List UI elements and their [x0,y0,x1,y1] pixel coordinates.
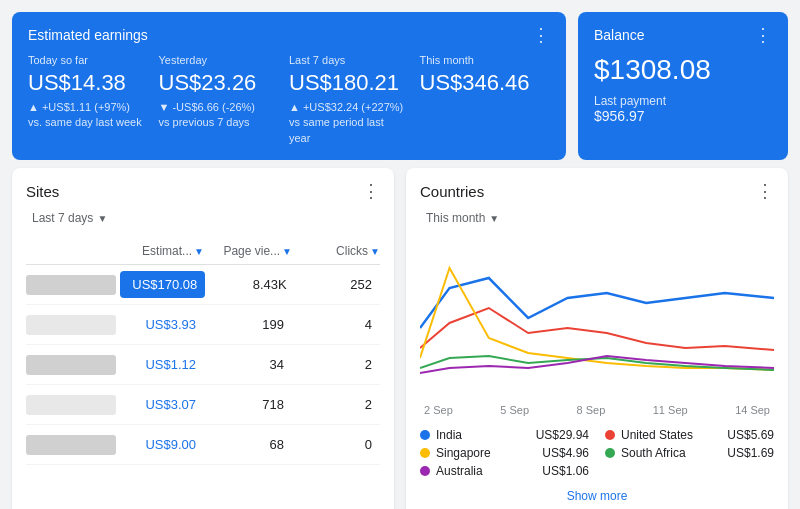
southafrica-value: US$1.69 [727,446,774,460]
southafrica-dot [605,448,615,458]
sites-table: Estimat... ▼ Page vie... ▼ Clicks ▼ US$1… [26,238,380,465]
india-dot [420,430,430,440]
row-earnings: US$3.93 [116,311,204,338]
show-more-button[interactable]: Show more [567,489,628,503]
sites-menu-icon[interactable]: ⋮ [362,182,380,200]
col-pageviews[interactable]: Page vie... ▼ [204,244,292,258]
balance-card: Balance ⋮ $1308.08 Last payment $956.97 [578,12,788,160]
earnings-7days: Last 7 days US$180.21 ▲ +US$32.24 (+227%… [289,54,420,146]
australia-dot [420,466,430,476]
legend-item-us: United States US$5.69 [605,428,774,442]
countries-panel: Countries ⋮ This month ▼ [406,168,788,509]
xaxis-label: 8 Sep [577,404,606,416]
estimated-earnings-card: Estimated earnings ⋮ Today so far US$14.… [12,12,566,160]
table-row: US$9.00 68 0 [26,425,380,465]
row-clicks: 2 [292,391,380,418]
row-clicks: 252 [295,271,380,298]
australia-value: US$1.06 [542,464,589,478]
row-clicks: 2 [292,351,380,378]
earnings-thismonth-label: This month [420,54,535,66]
sort-icon: ▼ [282,246,292,257]
balance-last-payment-label: Last payment [594,94,772,108]
sort-icon: ▼ [370,246,380,257]
earnings-yesterday-change: ▼ -US$6.66 (-26%) vs previous 7 days [159,100,274,131]
table-row: US$3.07 718 2 [26,385,380,425]
balance-menu-icon[interactable]: ⋮ [754,26,772,44]
us-dot [605,430,615,440]
earnings-today-label: Today so far [28,54,143,66]
india-value: US$29.94 [536,428,589,442]
us-label: United States [621,428,693,442]
site-name-blurred [26,315,116,335]
row-earnings: US$1.12 [116,351,204,378]
sites-filter-label: Last 7 days [32,211,93,225]
legend-item-singapore: Singapore US$4.96 [420,446,589,460]
balance-amount: $1308.08 [594,54,772,86]
earnings-today: Today so far US$14.38 ▲ +US$1.11 (+97%) … [28,54,159,146]
balance-last-payment-value: $956.97 [594,108,772,124]
countries-chart [420,238,774,388]
earnings-yesterday-value: US$23.26 [159,70,274,96]
sites-table-header: Estimat... ▼ Page vie... ▼ Clicks ▼ [26,238,380,265]
earnings-yesterday: Yesterday US$23.26 ▼ -US$6.66 (-26%) vs … [159,54,290,146]
earnings-today-change: ▲ +US$1.11 (+97%) vs. same day last week [28,100,143,131]
row-earnings: US$9.00 [116,431,204,458]
xaxis-label: 2 Sep [424,404,453,416]
countries-panel-title: Countries [420,183,484,200]
countries-filter-chevron-icon: ▼ [489,213,499,224]
sites-filter-chevron-icon: ▼ [97,213,107,224]
row-pageviews: 34 [204,351,292,378]
earnings-thismonth: This month US$346.46 [420,54,551,146]
earnings-yesterday-label: Yesterday [159,54,274,66]
singapore-label: Singapore [436,446,491,460]
singapore-value: US$4.96 [542,446,589,460]
row-earnings: US$3.07 [116,391,204,418]
table-row: US$3.93 199 4 [26,305,380,345]
site-name-blurred [26,395,116,415]
india-label: India [436,428,462,442]
row-pageviews: 718 [204,391,292,418]
col-clicks[interactable]: Clicks ▼ [292,244,380,258]
site-name-blurred [26,275,116,295]
show-more-container: Show more [420,488,774,503]
legend-item-southafrica: South Africa US$1.69 [605,446,774,460]
earnings-today-value: US$14.38 [28,70,143,96]
sites-panel: Sites ⋮ Last 7 days ▼ Estimat... ▼ Page … [12,168,394,509]
singapore-dot [420,448,430,458]
australia-label: Australia [436,464,483,478]
southafrica-label: South Africa [621,446,686,460]
us-value: US$5.69 [727,428,774,442]
earnings-7days-label: Last 7 days [289,54,404,66]
legend-item-australia: Australia US$1.06 [420,464,589,478]
countries-filter-label: This month [426,211,485,225]
earnings-7days-change: ▲ +US$32.24 (+227%) vs same period last … [289,100,404,146]
sites-filter-dropdown[interactable]: Last 7 days ▼ [26,208,113,228]
xaxis-label: 11 Sep [653,404,688,416]
earnings-card-title: Estimated earnings [28,27,148,43]
earnings-7days-value: US$180.21 [289,70,404,96]
row-pageviews: 68 [204,431,292,458]
sites-panel-title: Sites [26,183,59,200]
chart-svg [420,238,774,388]
xaxis-label: 14 Sep [735,404,770,416]
countries-filter-dropdown[interactable]: This month ▼ [420,208,505,228]
xaxis-label: 5 Sep [500,404,529,416]
earnings-menu-icon[interactable]: ⋮ [532,26,550,44]
table-row: US$170.08 8.43K 252 [26,265,380,305]
row-earnings: US$170.08 [120,271,205,298]
table-row: US$1.12 34 2 [26,345,380,385]
balance-card-title: Balance [594,27,645,43]
row-pageviews: 199 [204,311,292,338]
chart-xaxis: 2 Sep 5 Sep 8 Sep 11 Sep 14 Sep [420,404,774,416]
earnings-thismonth-value: US$346.46 [420,70,535,96]
site-name-blurred [26,435,116,455]
sort-icon: ▼ [194,246,204,257]
legend-item-india: India US$29.94 [420,428,589,442]
site-name-blurred [26,355,116,375]
row-clicks: 4 [292,311,380,338]
countries-legend: India US$29.94 United States US$5.69 Sin… [420,428,774,478]
countries-menu-icon[interactable]: ⋮ [756,182,774,200]
row-clicks: 0 [292,431,380,458]
col-estimate[interactable]: Estimat... ▼ [116,244,204,258]
row-pageviews: 8.43K [209,271,294,298]
